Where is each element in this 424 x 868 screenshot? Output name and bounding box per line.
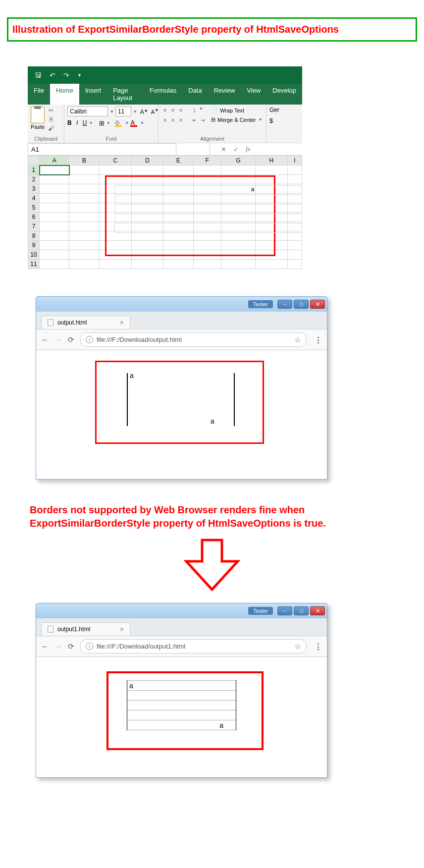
row-header[interactable]: 11 bbox=[28, 260, 40, 269]
forward-button[interactable]: → bbox=[54, 642, 62, 651]
row-header[interactable]: 1 bbox=[28, 165, 40, 175]
table-cell: a bbox=[115, 186, 303, 195]
name-box-input[interactable] bbox=[28, 143, 176, 156]
cell-a1[interactable] bbox=[40, 165, 69, 175]
worksheet-grid[interactable]: A B C D E F G H I 1 2 3 4 5 6 7 8 9 10 1… bbox=[28, 156, 302, 269]
minimize-button[interactable]: ─ bbox=[277, 606, 292, 615]
font-size-input[interactable] bbox=[115, 107, 131, 116]
tab-review[interactable]: Review bbox=[208, 84, 241, 105]
menu-icon[interactable]: ⋮ bbox=[315, 642, 322, 651]
tab-insert[interactable]: Insert bbox=[79, 84, 107, 105]
row-header[interactable]: 3 bbox=[28, 184, 40, 194]
currency-button[interactable]: $ bbox=[269, 117, 293, 124]
row-header[interactable]: 5 bbox=[28, 203, 40, 213]
row-header[interactable]: 6 bbox=[28, 213, 40, 222]
increase-font-icon[interactable]: A▲ bbox=[140, 108, 148, 115]
align-right-icon[interactable]: ≡ bbox=[177, 116, 185, 124]
border-icon[interactable]: ⊞ bbox=[99, 119, 105, 127]
copy-icon[interactable]: ⎘ bbox=[47, 116, 55, 124]
row-header[interactable]: 2 bbox=[28, 175, 40, 184]
profile-badge[interactable]: Tester bbox=[248, 300, 273, 308]
fx-label[interactable]: fx bbox=[246, 145, 250, 153]
maximize-button[interactable]: ◻ bbox=[294, 606, 309, 615]
cancel-fx-icon[interactable]: ✕ bbox=[221, 146, 226, 153]
col-header[interactable]: I bbox=[287, 156, 302, 165]
decrease-font-icon[interactable]: A▼ bbox=[151, 108, 159, 115]
col-header[interactable]: E bbox=[163, 156, 193, 165]
row-header[interactable]: 4 bbox=[28, 194, 40, 203]
cut-icon[interactable]: ✂ bbox=[47, 107, 55, 115]
address-bar[interactable]: i file:///F:/Download/output.html ☆ bbox=[80, 332, 307, 347]
row-header[interactable]: 9 bbox=[28, 241, 40, 250]
redo-icon[interactable]: ↷ bbox=[63, 71, 69, 79]
bookmark-icon[interactable]: ☆ bbox=[294, 642, 301, 651]
col-header[interactable]: B bbox=[69, 156, 99, 165]
close-button[interactable]: ✕ bbox=[310, 300, 325, 309]
row-header[interactable]: 8 bbox=[28, 231, 40, 241]
col-header[interactable]: A bbox=[40, 156, 69, 165]
row-header[interactable]: 7 bbox=[28, 222, 40, 231]
undo-icon[interactable]: ↶ bbox=[50, 71, 55, 79]
align-left-icon[interactable]: ≡ bbox=[161, 116, 169, 124]
merge-center-button[interactable]: ⊟ Merge & Center ▼ bbox=[211, 116, 263, 123]
bold-button[interactable]: B bbox=[67, 119, 72, 126]
paste-icon[interactable] bbox=[31, 107, 45, 123]
wrap-text-button[interactable]: 📄 Wrap Text bbox=[211, 107, 263, 113]
italic-button[interactable]: I bbox=[76, 119, 78, 126]
url-text: file:///F:/Download/output1.html bbox=[97, 643, 185, 650]
tab-developer[interactable]: Develop bbox=[266, 84, 302, 105]
qat-dropdown-icon[interactable]: ▼ bbox=[77, 73, 82, 78]
enter-fx-icon[interactable]: ✓ bbox=[233, 146, 239, 153]
underline-button[interactable]: U bbox=[83, 119, 87, 126]
tab-file[interactable]: File bbox=[28, 84, 50, 105]
browser-tab[interactable]: output1.html × bbox=[41, 622, 130, 636]
col-header[interactable]: G bbox=[221, 156, 255, 165]
decrease-indent-icon[interactable]: ⇤ bbox=[191, 116, 198, 124]
format-painter-icon[interactable]: 🖌 bbox=[47, 125, 55, 133]
forward-button[interactable]: → bbox=[54, 335, 62, 344]
minimize-button[interactable]: ─ bbox=[277, 300, 292, 309]
col-header[interactable]: D bbox=[131, 156, 163, 165]
chevron-down-icon[interactable]: ▼ bbox=[133, 109, 137, 114]
tab-formulas[interactable]: Formulas bbox=[144, 84, 182, 105]
reload-button[interactable]: ⟳ bbox=[68, 335, 74, 344]
info-icon[interactable]: i bbox=[86, 643, 93, 650]
font-color-icon[interactable]: A bbox=[130, 119, 138, 127]
back-button[interactable]: ← bbox=[41, 642, 49, 651]
font-name-input[interactable] bbox=[67, 107, 108, 116]
profile-badge[interactable]: Tester bbox=[248, 607, 273, 615]
align-top-icon[interactable]: ≡ bbox=[161, 107, 169, 114]
tab-page-layout[interactable]: Page Layout bbox=[107, 84, 144, 105]
back-button[interactable]: ← bbox=[41, 335, 49, 344]
close-tab-icon[interactable]: × bbox=[120, 625, 124, 633]
tab-data[interactable]: Data bbox=[182, 84, 208, 105]
col-header[interactable]: H bbox=[256, 156, 288, 165]
row-header[interactable]: 10 bbox=[28, 250, 40, 260]
number-format-select[interactable]: Ger bbox=[269, 107, 293, 113]
select-all-corner[interactable] bbox=[28, 156, 40, 165]
reload-button[interactable]: ⟳ bbox=[68, 642, 74, 651]
close-button[interactable]: ✕ bbox=[310, 606, 325, 615]
address-bar[interactable]: i file:///F:/Download/output1.html ☆ bbox=[80, 639, 307, 653]
info-icon[interactable]: i bbox=[86, 336, 93, 343]
tab-view[interactable]: View bbox=[241, 84, 266, 105]
chevron-down-icon[interactable]: ▼ bbox=[110, 109, 114, 114]
col-header[interactable]: C bbox=[99, 156, 131, 165]
align-center-icon[interactable]: ≡ bbox=[169, 116, 177, 124]
window-titlebar: Tester ─ ◻ ✕ bbox=[36, 297, 327, 312]
tab-home[interactable]: Home bbox=[50, 84, 79, 105]
menu-icon[interactable]: ⋮ bbox=[315, 335, 322, 344]
align-middle-icon[interactable]: ≡ bbox=[169, 107, 177, 114]
fill-color-icon[interactable]: ◇ bbox=[115, 119, 123, 127]
close-tab-icon[interactable]: × bbox=[120, 319, 124, 326]
bookmark-icon[interactable]: ☆ bbox=[294, 335, 301, 344]
clipboard-group-label: Clipboard bbox=[31, 135, 61, 142]
col-header[interactable]: F bbox=[193, 156, 221, 165]
align-bottom-icon[interactable]: ≡ bbox=[177, 107, 185, 114]
excel-quick-access-toolbar: 🖫 ↶ ↷ ▼ bbox=[28, 66, 302, 84]
orientation-icon[interactable]: ⤵ bbox=[191, 107, 198, 114]
maximize-button[interactable]: ◻ bbox=[294, 300, 309, 309]
increase-indent-icon[interactable]: ⇥ bbox=[199, 116, 206, 124]
save-icon[interactable]: 🖫 bbox=[35, 71, 42, 79]
browser-tab[interactable]: output.html × bbox=[41, 316, 130, 329]
